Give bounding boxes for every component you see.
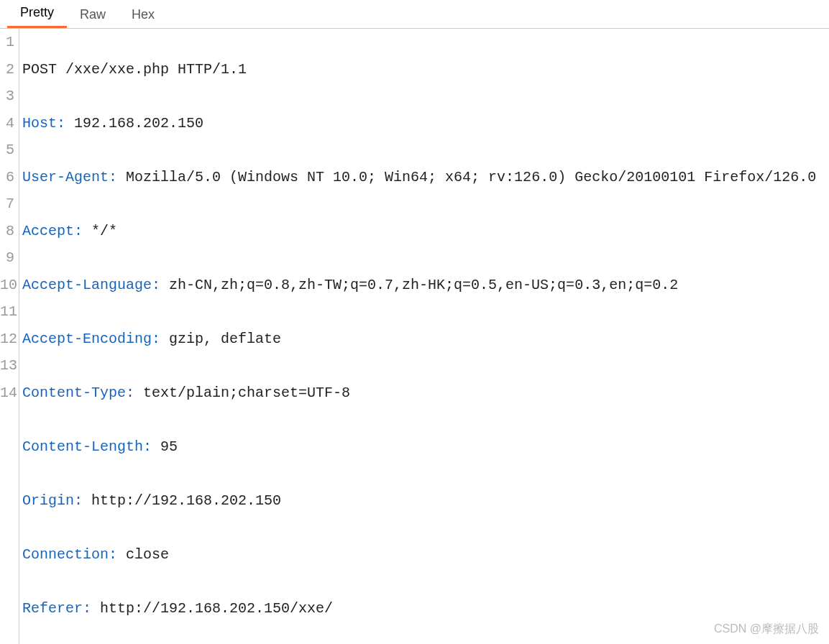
line-number: 7 [0,190,14,218]
header-key-content-length: Content-Length: [22,438,152,455]
watermark: CSDN @摩擦据八股 [714,622,819,637]
line-number: 12 [0,326,14,353]
header-value-host: 192.168.202.150 [65,115,203,132]
header-key-accept-encoding: Accept-Encoding: [22,331,160,347]
line-number: 5 [0,137,14,164]
header-key-origin: Origin: [22,492,83,509]
line-number: 1 [0,29,14,56]
header-value-user-agent: Mozilla/5.0 (Windows NT 10.0; Win64; x64… [117,169,816,185]
header-key-user-agent: User-Agent: [22,169,117,185]
header-key-content-type: Content-Type: [22,385,134,401]
header-key-connection: Connection: [22,546,117,563]
http-editor[interactable]: 1 2 3 4 5 6 7 8 9 10 11 12 13 14 POST /x… [0,29,829,644]
header-key-referer: Referer: [22,600,91,617]
header-value-content-type: text/plain;charset=UTF-8 [134,385,350,401]
header-key-host: Host: [22,115,65,132]
line-number: 4 [0,110,14,137]
line-number: 9 [0,244,14,272]
line-number: 6 [0,164,14,191]
tab-pretty[interactable]: Pretty [7,0,67,28]
header-value-accept-language: zh-CN,zh;q=0.8,zh-TW;q=0.7,zh-HK;q=0.5,e… [160,277,678,293]
line-number: 3 [0,83,14,110]
line-number: 2 [0,56,14,83]
header-value-accept-encoding: gzip, deflate [160,331,281,347]
header-value-origin: http://192.168.202.150 [83,492,281,509]
line-number: 8 [0,218,14,245]
header-value-connection: close [117,546,169,563]
header-key-accept: Accept: [22,223,83,239]
header-value-referer: http://192.168.202.150/xxe/ [91,600,333,617]
line-number: 11 [0,298,14,326]
request-line: POST /xxe/xxe.php HTTP/1.1 [22,61,247,78]
header-value-accept: */* [83,223,117,239]
tab-raw[interactable]: Raw [67,1,119,28]
line-number: 10 [0,272,14,299]
line-number: 13 [0,352,14,380]
tab-hex[interactable]: Hex [119,1,168,28]
header-value-content-length: 95 [152,438,178,455]
line-number-gutter: 1 2 3 4 5 6 7 8 9 10 11 12 13 14 [0,29,19,644]
header-key-accept-language: Accept-Language: [22,277,160,293]
line-number: 14 [0,380,14,407]
code-content[interactable]: POST /xxe/xxe.php HTTP/1.1 Host: 192.168… [19,29,829,644]
view-tabs: Pretty Raw Hex [0,0,829,29]
